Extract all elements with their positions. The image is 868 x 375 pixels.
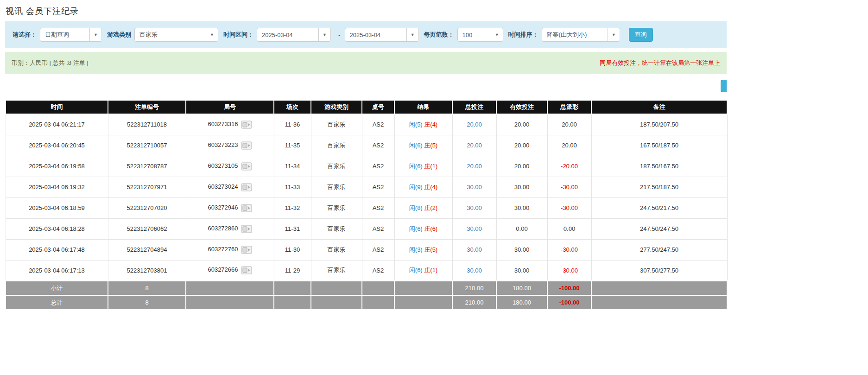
view-result-icon[interactable]	[241, 121, 252, 129]
chevron-down-icon: ▼	[89, 28, 101, 41]
view-result-icon[interactable]	[241, 266, 252, 274]
result-player: 闲(6)	[409, 163, 423, 170]
col-remark: 备注	[591, 100, 727, 114]
cell-table-no: AS2	[362, 177, 394, 197]
valid-bet-notice: 同局有效投注，统一计算在该局第一张注单上	[600, 59, 720, 67]
cell-valid-bet: 30.00	[496, 197, 547, 218]
cell-total-bet[interactable]: 20.00	[452, 135, 496, 156]
cell-remark: 187.50/207.50	[591, 114, 727, 135]
subtotal-payout: -100.00	[547, 281, 591, 295]
cell-valid-bet: 20.00	[496, 156, 547, 177]
cell-valid-bet: 30.00	[496, 177, 547, 197]
date-mode-value: 日期查询	[40, 28, 89, 41]
page-size-select[interactable]: 100 ▼	[457, 28, 503, 42]
chevron-down-icon: ▼	[608, 28, 620, 41]
cell-table-no: AS2	[362, 260, 394, 281]
date-from-value: 2025-03-04	[257, 28, 318, 41]
cell-total-bet[interactable]: 20.00	[452, 156, 496, 177]
cell-valid-bet: 30.00	[496, 239, 547, 260]
cell-valid-bet: 20.00	[496, 114, 547, 135]
cell-result: 闲(3) 庄(5)	[394, 239, 452, 260]
cell-total-bet[interactable]: 30.00	[452, 197, 496, 218]
cell-payout: 20.00	[547, 114, 591, 135]
chevron-down-icon: ▼	[491, 28, 503, 41]
page-title: 视讯 会员下注纪录	[0, 0, 727, 21]
cell-round: 603272760	[186, 239, 274, 260]
cell-session: 11-29	[274, 260, 311, 281]
view-result-icon[interactable]	[241, 183, 252, 191]
round-number: 603272666	[208, 267, 238, 273]
table-row: 2025-03-04 06:17:13 522312703801 6032726…	[6, 260, 727, 281]
subtotal-total-bet: 210.00	[452, 281, 496, 295]
page-size-label: 每页笔数：	[424, 31, 454, 39]
total-total-bet: 210.00	[452, 295, 496, 310]
sort-order-select[interactable]: 降幂(由大到小) ▼	[542, 28, 620, 42]
cell-total-bet[interactable]: 30.00	[452, 239, 496, 260]
cell-result: 闲(6) 庄(5)	[394, 135, 452, 156]
cell-remark: 277.50/247.50	[591, 239, 727, 260]
round-number: 603272946	[208, 204, 238, 211]
date-to-select[interactable]: 2025-03-04 ▼	[345, 28, 419, 42]
cell-result: 闲(6) 庄(1)	[394, 156, 452, 177]
summary-bar: 币别：人民币 | 总共 :8 注单 | 同局有效投注，统一计算在该局第一张注单上	[5, 52, 727, 74]
view-result-icon[interactable]	[241, 225, 252, 233]
cell-time: 2025-03-04 06:19:58	[6, 156, 108, 177]
table-row: 2025-03-04 06:18:59 522312707020 6032729…	[6, 197, 727, 218]
main-content: 视讯 会员下注纪录 请选择： 日期查询 ▼ 游戏类别 百家乐 ▼ 时间区间： 2…	[0, 0, 727, 310]
subtotal-valid-bet: 180.00	[496, 281, 547, 295]
cell-session: 11-35	[274, 135, 311, 156]
cell-remark: 187.50/167.50	[591, 156, 727, 177]
view-result-icon[interactable]	[241, 204, 252, 212]
cell-round: 603273024	[186, 177, 274, 197]
table-header: 时间 注单编号 局号 场次 游戏类别 桌号 结果 总投注 有效投注 总派彩 备注	[6, 100, 727, 114]
result-banker: 庄(6)	[424, 225, 437, 232]
cell-total-bet[interactable]: 30.00	[452, 260, 496, 281]
cell-result: 闲(6) 庄(1)	[394, 260, 452, 281]
cell-total-bet[interactable]: 30.00	[452, 218, 496, 239]
cell-bet-id: 522312707020	[108, 197, 186, 218]
result-player: 闲(5)	[409, 121, 423, 128]
filter-bar: 请选择： 日期查询 ▼ 游戏类别 百家乐 ▼ 时间区间： 2025-03-04 …	[5, 21, 727, 48]
cell-round: 603273316	[186, 114, 274, 135]
date-mode-select[interactable]: 日期查询 ▼	[40, 28, 102, 42]
cell-total-bet[interactable]: 30.00	[452, 177, 496, 197]
export-button-partial[interactable]	[721, 80, 727, 92]
view-result-icon[interactable]	[241, 162, 252, 171]
cell-time: 2025-03-04 06:18:59	[6, 197, 108, 218]
cell-round: 603272860	[186, 218, 274, 239]
cell-game-type: 百家乐	[311, 218, 362, 239]
col-time: 时间	[6, 100, 108, 114]
result-banker: 庄(4)	[424, 121, 437, 128]
table-row: 2025-03-04 06:19:58 522312708787 6032731…	[6, 156, 727, 177]
range-separator: ~	[337, 32, 341, 38]
cell-bet-id: 522312704894	[108, 239, 186, 260]
col-valid-bet: 有效投注	[496, 100, 547, 114]
view-result-icon[interactable]	[241, 141, 252, 150]
view-result-icon[interactable]	[241, 246, 252, 254]
cell-bet-id: 522312710057	[108, 135, 186, 156]
cell-session: 11-33	[274, 177, 311, 197]
cell-total-bet[interactable]: 20.00	[452, 114, 496, 135]
cell-game-type: 百家乐	[311, 135, 362, 156]
currency-total-summary: 币别：人民币 | 总共 :8 注单 |	[12, 59, 89, 67]
result-banker: 庄(2)	[424, 204, 437, 211]
round-number: 603273105	[208, 162, 238, 169]
cell-payout: -20.00	[547, 156, 591, 177]
game-type-label: 游戏类别	[107, 31, 131, 39]
cell-payout: -30.00	[547, 177, 591, 197]
cell-valid-bet: 30.00	[496, 260, 547, 281]
total-label: 总计	[6, 295, 108, 310]
chevron-down-icon: ▼	[318, 28, 330, 41]
cell-round: 603272946	[186, 197, 274, 218]
game-type-select[interactable]: 百家乐 ▼	[134, 28, 218, 42]
date-range-label: 时间区间：	[223, 31, 253, 39]
total-valid-bet: 180.00	[496, 295, 547, 310]
date-from-select[interactable]: 2025-03-04 ▼	[257, 28, 331, 42]
cell-valid-bet: 20.00	[496, 135, 547, 156]
cell-result: 闲(6) 庄(6)	[394, 218, 452, 239]
cell-bet-id: 522312708787	[108, 156, 186, 177]
total-payout: -100.00	[547, 295, 591, 310]
date-to-value: 2025-03-04	[345, 28, 406, 41]
query-button[interactable]: 查询	[629, 28, 653, 42]
cell-bet-id: 522312703801	[108, 260, 186, 281]
